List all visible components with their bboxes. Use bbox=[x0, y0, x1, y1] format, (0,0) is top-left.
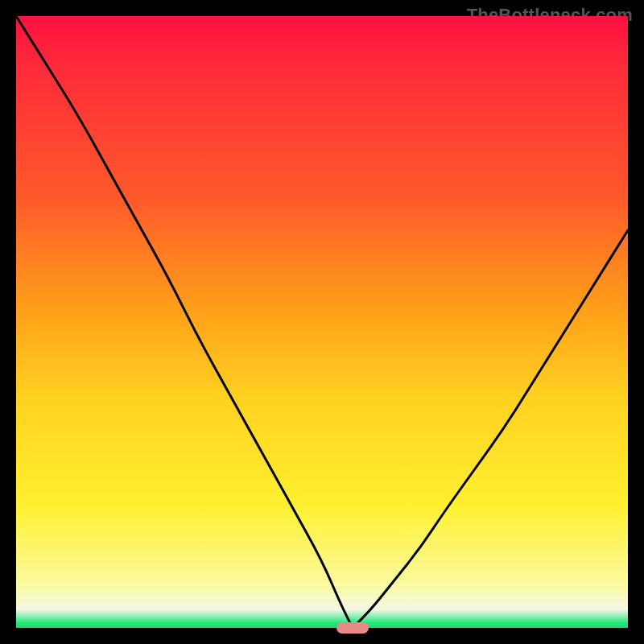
chart-frame: TheBottleneck.com bbox=[0, 0, 644, 644]
plot-area bbox=[16, 16, 628, 628]
bottleneck-curve bbox=[16, 16, 628, 628]
optimal-marker bbox=[336, 622, 369, 634]
